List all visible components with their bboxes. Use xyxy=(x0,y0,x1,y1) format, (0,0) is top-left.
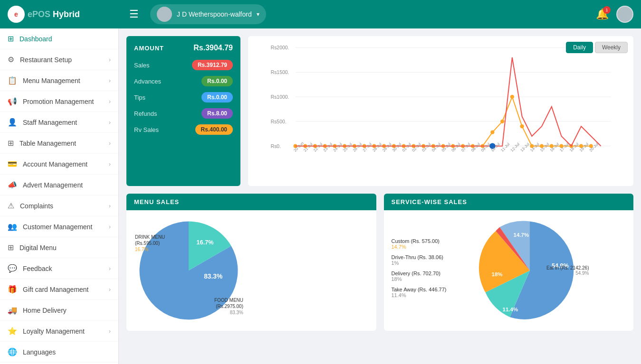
svg-text:18-Jul: 18-Jul xyxy=(569,141,580,152)
account-management-icon: 💳 xyxy=(8,159,17,168)
sidebar-label-table-management: Table Management xyxy=(19,140,103,147)
svg-point-30 xyxy=(490,131,494,134)
sidebar-item-dashboard[interactable]: ⊞ Dashboard xyxy=(0,28,118,49)
topbar: e ePOS Hybrid ☰ J D Wetherspoon-walford … xyxy=(0,0,641,28)
sidebar: ⊞ Dashboard ⚙ Restaurant Setup › 📋 Menu … xyxy=(0,28,119,364)
amount-row: Tips Rs.0.00 xyxy=(134,92,233,103)
svg-text:83.3%: 83.3% xyxy=(204,273,222,280)
svg-text:15-Jul: 15-Jul xyxy=(539,141,550,152)
svg-text:21-Jul: 21-Jul xyxy=(303,141,314,152)
chevron-right-icon: › xyxy=(109,224,111,230)
sidebar-item-digital-menu[interactable]: ⊞ Digital Menu xyxy=(0,237,118,258)
chevron-right-icon: › xyxy=(109,56,111,63)
eat-in-label: Eat In (Rs. 2142.26) 54.9% xyxy=(546,265,589,276)
amount-row-label: Rv Sales xyxy=(134,126,159,133)
legend-takeaway: Take Away (Rs. 446.77) 11.4% xyxy=(392,287,468,298)
service-sales-header: SERVICE-WISE SALES xyxy=(384,194,634,210)
svg-text:01-Jul: 01-Jul xyxy=(401,141,412,152)
chevron-right-icon: › xyxy=(109,119,111,126)
legend-delivery: Delivery (Rs. 702.70) 18% xyxy=(392,271,468,282)
logo-icon: e xyxy=(8,6,25,23)
sidebar-item-advert-management[interactable]: 📣 Advert Management xyxy=(0,175,118,196)
sidebar-item-home-delivery[interactable]: 🚚 Home Delivery xyxy=(0,300,118,321)
svg-text:12-Jul: 12-Jul xyxy=(509,141,520,152)
amount-row: Advances Rs.0.00 xyxy=(134,76,233,86)
notification-badge: 1 xyxy=(603,6,611,14)
svg-text:05-Jul: 05-Jul xyxy=(440,141,451,152)
sidebar-item-loyalty-management[interactable]: ⭐ Loyalty Management › xyxy=(0,321,118,342)
legend-drivethru: Drive-Thru (Rs. 38.06) 1% xyxy=(392,254,468,266)
svg-text:Rs500.: Rs500. xyxy=(271,119,287,124)
sidebar-item-staff-management[interactable]: 👤 Staff Management › xyxy=(0,112,118,133)
weekly-button[interactable]: Weekly xyxy=(595,42,628,53)
dashboard-top: AMOUNT Rs.3904.79 Sales Rs.3912.79 Advan… xyxy=(126,36,633,186)
sidebar-label-languages: Languages xyxy=(23,348,111,356)
sidebar-item-complaints[interactable]: ⚠ Complaints › xyxy=(0,196,118,216)
sidebar-item-languages[interactable]: 🌐 Languages xyxy=(0,342,118,363)
sidebar-label-staff-management: Staff Management xyxy=(23,119,103,126)
svg-text:28-Jul: 28-Jul xyxy=(372,141,383,152)
daily-button[interactable]: Daily xyxy=(566,42,593,53)
chevron-right-icon: › xyxy=(109,286,111,293)
sidebar-item-customer-management[interactable]: 👥 Customer Management › xyxy=(0,216,118,237)
amount-row-value: Rs.0.00 xyxy=(201,92,233,103)
amount-row-label: Sales xyxy=(134,62,150,69)
sidebar-item-table-management[interactable]: ⊞ Table Management › xyxy=(0,133,118,154)
svg-text:16.7%: 16.7% xyxy=(197,239,214,246)
amount-total: Rs.3904.79 xyxy=(193,44,233,52)
digital-menu-icon: ⊞ xyxy=(8,243,14,252)
sidebar-item-account-management[interactable]: 💳 Account Management › xyxy=(0,154,118,175)
svg-text:16-Jul: 16-Jul xyxy=(549,141,560,152)
menu-sales-pie: 83.3% 16.7% DRINK MENU (Rs.595.00) 16.7%… xyxy=(134,216,243,325)
venue-avatar xyxy=(157,7,172,22)
service-pie: 54.9% 11.4% 18% 14.7% Eat In (Rs. 2142.2… xyxy=(475,216,584,325)
svg-text:30-Jul: 30-Jul xyxy=(391,141,402,152)
sidebar-label-digital-menu: Digital Menu xyxy=(19,244,111,252)
svg-text:13-Jul: 13-Jul xyxy=(519,141,530,152)
svg-text:22-Jul: 22-Jul xyxy=(312,141,323,152)
sidebar-item-menu-management[interactable]: 📋 Menu Management › xyxy=(0,70,118,91)
amount-title: AMOUNT xyxy=(134,45,164,52)
promotion-management-icon: 📢 xyxy=(8,97,17,106)
sidebar-item-restaurant-setup[interactable]: ⚙ Restaurant Setup › xyxy=(0,49,118,70)
loyalty-management-icon: ⭐ xyxy=(8,327,17,336)
svg-text:24-Jul: 24-Jul xyxy=(332,141,343,152)
sidebar-label-promotion-management: Promotion Management xyxy=(23,98,103,105)
svg-point-32 xyxy=(510,95,514,99)
venue-name: J D Wetherspoon-walford xyxy=(177,10,252,18)
svg-text:09-Jul: 09-Jul xyxy=(480,141,491,152)
sidebar-item-feedback[interactable]: 💬 Feedback › xyxy=(0,258,118,279)
hamburger-icon[interactable]: ☰ xyxy=(129,8,139,20)
sales-chart: Rs2000. Rs1500. Rs1000. Rs500. Rs0. xyxy=(256,44,626,177)
amount-row-label: Advances xyxy=(134,78,161,85)
amount-row-label: Refunds xyxy=(134,110,157,117)
sidebar-label-loyalty-management: Loyalty Management xyxy=(23,327,103,335)
svg-point-31 xyxy=(500,120,504,123)
notification-button[interactable]: 🔔 1 xyxy=(596,8,609,20)
venue-chevron-icon: ▾ xyxy=(257,11,259,18)
languages-icon: 🌐 xyxy=(8,347,17,356)
amount-card: AMOUNT Rs.3904.79 Sales Rs.3912.79 Advan… xyxy=(126,36,240,186)
table-management-icon: ⊞ xyxy=(8,139,14,148)
gift-card-management-icon: 🎁 xyxy=(8,285,17,294)
chevron-right-icon: › xyxy=(109,265,111,272)
svg-text:06-Jul: 06-Jul xyxy=(450,141,461,152)
venue-selector[interactable]: J D Wetherspoon-walford ▾ xyxy=(150,4,266,24)
topbar-right: 🔔 1 xyxy=(596,6,633,23)
complaints-icon: ⚠ xyxy=(8,201,14,210)
amount-row: Rv Sales Rs.400.00 xyxy=(134,124,233,135)
advert-management-icon: 📣 xyxy=(8,180,17,189)
sidebar-label-account-management: Account Management xyxy=(23,160,103,168)
logo-text: ePOS Hybrid xyxy=(28,9,80,19)
sidebar-label-complaints: Complaints xyxy=(20,202,103,210)
service-legend: Custom (Rs. 575.00) 14.7% Drive-Thru (Rs… xyxy=(392,238,468,303)
sidebar-item-promotion-management[interactable]: 📢 Promotion Management › xyxy=(0,91,118,112)
sidebar-item-gift-card-management[interactable]: 🎁 Gift card Management › xyxy=(0,279,118,300)
user-avatar[interactable] xyxy=(616,6,633,23)
sidebar-label-advert-management: Advert Management xyxy=(23,181,111,189)
chevron-right-icon: › xyxy=(109,140,111,147)
amount-row-value: Rs.0.00 xyxy=(201,76,233,86)
svg-text:23-Jul: 23-Jul xyxy=(322,141,333,152)
svg-text:08-Jul: 08-Jul xyxy=(470,141,481,152)
svg-text:25-Jul: 25-Jul xyxy=(342,141,353,152)
